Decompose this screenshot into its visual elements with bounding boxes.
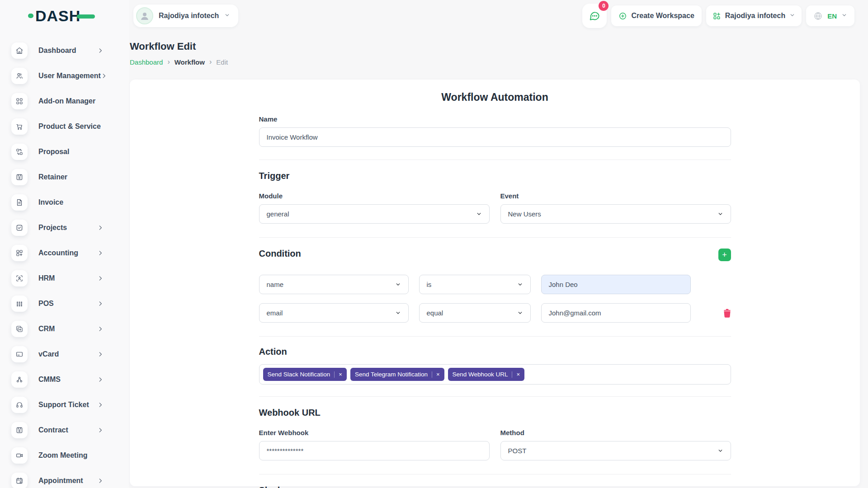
sidebar-item-label: Projects xyxy=(38,224,97,232)
delete-condition-button[interactable] xyxy=(723,309,731,318)
sidebar-item-retainer[interactable]: Retainer xyxy=(11,164,129,190)
sidebar-item-crm[interactable]: CRM xyxy=(11,316,129,342)
topbar: Rajodiya infotech 0 Create Workspace Raj… xyxy=(129,0,868,32)
messages-button[interactable]: 0 xyxy=(582,4,607,28)
chevron-right-icon xyxy=(97,225,104,231)
method-select[interactable]: POST xyxy=(500,441,731,460)
event-select[interactable]: New Users xyxy=(500,204,731,224)
module-value: general xyxy=(267,210,289,218)
chevron-down-icon xyxy=(395,310,401,316)
module-select[interactable]: general xyxy=(259,204,490,224)
breadcrumb-separator: › xyxy=(209,58,212,66)
condition-operator-select[interactable]: equal xyxy=(419,303,531,323)
chevron-right-icon xyxy=(97,478,104,484)
globe-icon xyxy=(813,11,823,21)
breadcrumb-dashboard-link[interactable]: Dashboard xyxy=(130,58,163,66)
action-tag: Send Slack Notification × xyxy=(263,368,347,381)
condition-value-field-wrap xyxy=(541,303,691,323)
condition-field-value: email xyxy=(267,309,283,317)
chevron-right-icon xyxy=(101,73,107,79)
condition-value-input[interactable] xyxy=(549,309,683,317)
app-root: DASH Dashboard User Management Add-on Ma… xyxy=(0,0,868,488)
name-field-wrap xyxy=(259,127,731,147)
sidebar-item-invoice[interactable]: Invoice xyxy=(11,190,129,215)
chevron-right-icon xyxy=(97,326,104,332)
section-divider xyxy=(259,336,731,337)
language-code: EN xyxy=(827,12,837,20)
account-dropdown[interactable]: Rajodiya infotech xyxy=(706,5,802,26)
sidebar-item-label: Appointment xyxy=(38,477,97,485)
avatar xyxy=(136,7,153,24)
chevron-down-icon xyxy=(841,12,847,20)
sidebar-item-user-management[interactable]: User Management xyxy=(11,63,129,89)
sidebar-item-label: POS xyxy=(38,300,97,308)
form-heading: Workflow Automation xyxy=(259,91,731,103)
section-divider xyxy=(259,160,731,160)
trigger-heading: Trigger xyxy=(259,171,731,181)
sidebar-item-label: Add-on Manager xyxy=(38,97,104,105)
sidebar-item-label: Accounting xyxy=(38,249,97,257)
sidebar-item-contract[interactable]: Contract xyxy=(11,418,129,443)
sidebar-item-dashboard[interactable]: Dashboard xyxy=(11,38,129,63)
method-label: Method xyxy=(500,429,731,436)
sidebar-item-label: HRM xyxy=(38,274,97,282)
condition-value-input[interactable] xyxy=(549,281,683,288)
sidebar-item-cmms[interactable]: CMMS xyxy=(11,367,129,392)
check-square-icon xyxy=(11,220,28,236)
sidebar-item-product-service[interactable]: Product & Service xyxy=(11,114,129,139)
workflow-form: Workflow Automation Name Trigger Module … xyxy=(259,91,731,488)
enter-webhook-label: Enter Webhook xyxy=(259,429,490,436)
workspace-name: Rajodiya infotech xyxy=(159,12,219,20)
chevron-down-icon xyxy=(517,310,523,316)
sidebar-item-pos[interactable]: POS xyxy=(11,291,129,316)
save-icon xyxy=(11,169,28,185)
sidebar-item-appointment[interactable]: Appointment xyxy=(11,468,129,488)
remove-tag-icon[interactable]: × xyxy=(339,371,342,378)
account-name: Rajodiya infotech xyxy=(725,12,785,20)
action-tags-field[interactable]: Send Slack Notification × Send Telegram … xyxy=(259,364,731,385)
sidebar-item-hrm[interactable]: HRM xyxy=(11,266,129,291)
webhook-input[interactable] xyxy=(267,447,482,455)
add-condition-button[interactable]: + xyxy=(718,249,731,261)
remove-tag-icon[interactable]: × xyxy=(516,371,520,378)
cart-icon xyxy=(11,118,28,135)
chevron-right-icon xyxy=(97,300,104,307)
condition-field-select[interactable]: email xyxy=(259,303,409,323)
sidebar-item-proposal[interactable]: Proposal xyxy=(11,139,129,164)
sidebar-item-addon-manager[interactable]: Add-on Manager xyxy=(11,89,129,114)
sidebar-item-support-ticket[interactable]: Support Ticket xyxy=(11,392,129,418)
language-selector[interactable]: EN xyxy=(806,5,854,26)
sidebar-item-zoom-meeting[interactable]: Zoom Meeting xyxy=(11,443,129,468)
condition-field-select[interactable]: name xyxy=(259,275,409,294)
workspace-selector[interactable]: Rajodiya infotech xyxy=(133,5,238,27)
webhook-field-wrap xyxy=(259,441,490,460)
section-divider xyxy=(259,237,731,238)
create-workspace-button[interactable]: Create Workspace xyxy=(611,5,701,26)
chevron-down-icon xyxy=(789,12,795,20)
save-icon xyxy=(11,422,28,438)
action-tag-label: Send Slack Notification xyxy=(268,371,330,378)
home-icon xyxy=(11,42,28,59)
sidebar-item-label: CRM xyxy=(38,325,97,333)
remove-tag-icon[interactable]: × xyxy=(436,371,440,378)
action-tag-label: Send Telegram Notification xyxy=(355,371,428,378)
name-input[interactable] xyxy=(267,133,723,141)
chevron-right-icon xyxy=(97,427,104,433)
sidebar-item-label: Retainer xyxy=(38,173,104,181)
sidebar-item-label: Contract xyxy=(38,426,97,434)
sidebar-item-projects[interactable]: Projects xyxy=(11,215,129,240)
brand-logo[interactable]: DASH xyxy=(0,0,129,32)
sidebar-item-vcard[interactable]: vCard xyxy=(11,342,129,367)
nodes-icon xyxy=(11,371,28,388)
chevron-right-icon xyxy=(97,351,104,357)
trash-icon xyxy=(723,309,731,318)
logo-dot xyxy=(28,14,33,18)
video-icon xyxy=(11,447,28,464)
sidebar: DASH Dashboard User Management Add-on Ma… xyxy=(0,0,129,488)
sidebar-item-label: CMMS xyxy=(38,375,97,384)
dash-logo: DASH xyxy=(28,8,95,23)
condition-operator-select[interactable]: is xyxy=(419,275,531,294)
sidebar-item-accounting[interactable]: Accounting xyxy=(11,240,129,266)
chevron-down-icon xyxy=(395,282,401,287)
sidebar-item-label: Support Ticket xyxy=(38,401,97,409)
